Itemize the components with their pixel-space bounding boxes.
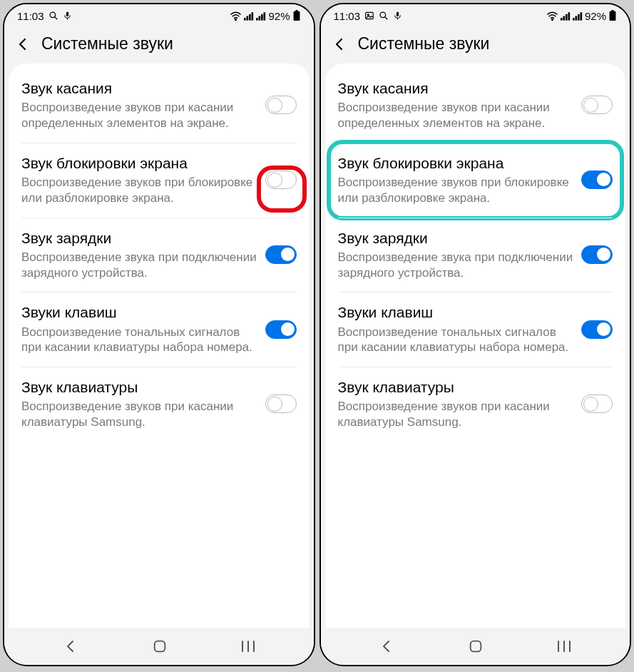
image-icon bbox=[364, 11, 374, 21]
svg-rect-34 bbox=[610, 11, 616, 21]
status-time: 11:03 bbox=[334, 10, 361, 22]
signal-icon-2 bbox=[573, 11, 583, 21]
setting-title: Звук клавиатуры bbox=[21, 378, 258, 397]
mic-icon bbox=[63, 11, 72, 21]
setting-desc: Воспроизведение тональных сигналов при к… bbox=[21, 325, 258, 356]
nav-bar bbox=[321, 628, 630, 665]
nav-recents-icon[interactable] bbox=[556, 640, 572, 653]
svg-line-1 bbox=[54, 17, 57, 20]
svg-rect-9 bbox=[256, 18, 258, 21]
setting-screen-lock-sound[interactable]: Звук блокировки экрана Воспроизведение з… bbox=[9, 143, 310, 218]
setting-title: Звук блокировки экрана bbox=[21, 154, 258, 173]
settings-list: Звук касания Воспроизведение звуков при … bbox=[9, 68, 310, 628]
setting-title: Звук зарядки bbox=[21, 229, 258, 248]
setting-desc: Воспроизведение звуков при блокировке ил… bbox=[21, 175, 258, 206]
page-header: Системные звуки bbox=[4, 27, 314, 63]
setting-charging-sound[interactable]: Звук зарядки Воспроизведение звука при п… bbox=[9, 218, 310, 292]
battery-percent: 92% bbox=[268, 10, 290, 22]
nav-back-icon[interactable] bbox=[62, 638, 79, 655]
toggle-touch-sound[interactable] bbox=[581, 96, 613, 114]
mic-icon bbox=[393, 11, 402, 21]
page-title: Системные звуки bbox=[41, 34, 173, 54]
battery-icon bbox=[292, 10, 301, 21]
svg-rect-7 bbox=[249, 14, 251, 20]
toggle-keyboard-sound[interactable] bbox=[581, 394, 613, 413]
settings-card: Звук касания Воспроизведение звуков при … bbox=[9, 63, 310, 628]
svg-rect-26 bbox=[561, 18, 563, 21]
setting-keyboard-sound[interactable]: Звук клавиатуры Воспроизведение звуков п… bbox=[9, 367, 310, 442]
signal-icon bbox=[561, 11, 571, 21]
toggle-dialpad-sound[interactable] bbox=[265, 320, 297, 339]
status-time: 11:03 bbox=[17, 10, 44, 22]
toggle-keyboard-sound[interactable] bbox=[265, 394, 297, 413]
battery-icon bbox=[608, 10, 617, 21]
back-icon[interactable] bbox=[14, 36, 31, 53]
setting-title: Звук касания bbox=[338, 79, 575, 98]
setting-title: Звуки клавиш bbox=[21, 303, 258, 322]
setting-dialpad-sound[interactable]: Звуки клавиш Воспроизведение тональных с… bbox=[9, 292, 310, 367]
wifi-icon bbox=[546, 11, 558, 21]
nav-back-icon[interactable] bbox=[378, 638, 395, 655]
setting-screen-lock-sound[interactable]: Звук блокировки экрана Воспроизведение з… bbox=[325, 143, 626, 218]
svg-rect-28 bbox=[566, 14, 568, 20]
setting-desc: Воспроизведение звуков при касании клави… bbox=[338, 399, 575, 430]
svg-rect-15 bbox=[154, 641, 165, 652]
setting-dialpad-sound[interactable]: Звуки клавиш Воспроизведение тональных с… bbox=[325, 292, 626, 367]
setting-desc: Воспроизведение звуков при касании опред… bbox=[21, 100, 258, 131]
setting-touch-sound[interactable]: Звук касания Воспроизведение звуков при … bbox=[9, 68, 310, 143]
setting-title: Звуки клавиш bbox=[338, 303, 575, 322]
toggle-dialpad-sound[interactable] bbox=[581, 320, 613, 339]
setting-keyboard-sound[interactable]: Звук клавиатуры Воспроизведение звуков п… bbox=[325, 367, 626, 442]
svg-rect-5 bbox=[244, 18, 246, 21]
svg-point-21 bbox=[380, 12, 386, 18]
nav-home-icon[interactable] bbox=[468, 638, 484, 654]
status-bar: 11:03 92% bbox=[321, 4, 630, 27]
setting-desc: Воспроизведение звуков при касании клави… bbox=[21, 399, 258, 430]
svg-rect-14 bbox=[295, 10, 298, 11]
signal-icon bbox=[244, 11, 254, 21]
svg-rect-27 bbox=[563, 16, 565, 20]
svg-rect-35 bbox=[611, 10, 614, 11]
page-header: Системные звуки bbox=[321, 27, 630, 63]
phone-left: 11:03 92% Системные звуки Звук касания В… bbox=[3, 3, 315, 666]
setting-desc: Воспроизведение звуков при касании опред… bbox=[338, 100, 575, 131]
svg-point-25 bbox=[552, 19, 553, 20]
setting-title: Звук блокировки экрана bbox=[338, 154, 575, 173]
setting-desc: Воспроизведение звука при подключении за… bbox=[21, 250, 258, 281]
svg-rect-10 bbox=[259, 16, 261, 20]
svg-rect-6 bbox=[247, 16, 249, 20]
setting-charging-sound[interactable]: Звук зарядки Воспроизведение звука при п… bbox=[325, 218, 626, 292]
setting-desc: Воспроизведение звука при подключении за… bbox=[338, 250, 575, 281]
setting-title: Звук зарядки bbox=[338, 229, 575, 248]
signal-icon-2 bbox=[256, 11, 266, 21]
nav-recents-icon[interactable] bbox=[240, 640, 256, 653]
nav-bar bbox=[4, 628, 314, 665]
svg-rect-23 bbox=[397, 12, 399, 16]
svg-rect-2 bbox=[66, 12, 68, 16]
svg-rect-29 bbox=[568, 12, 570, 20]
phone-right: 11:03 92% Системные звуки Звук касания В… bbox=[319, 3, 632, 666]
nav-home-icon[interactable] bbox=[152, 638, 168, 654]
svg-rect-13 bbox=[293, 11, 300, 21]
svg-rect-36 bbox=[471, 641, 481, 652]
toggle-screen-lock-sound[interactable] bbox=[265, 170, 297, 189]
svg-rect-11 bbox=[261, 14, 263, 20]
toggle-charging-sound[interactable] bbox=[581, 245, 613, 264]
setting-touch-sound[interactable]: Звук касания Воспроизведение звуков при … bbox=[325, 68, 626, 143]
setting-title: Звук касания bbox=[21, 79, 258, 98]
svg-rect-32 bbox=[578, 14, 580, 20]
toggle-screen-lock-sound[interactable] bbox=[581, 170, 613, 189]
svg-rect-12 bbox=[264, 12, 266, 20]
settings-list: Звук касания Воспроизведение звуков при … bbox=[325, 68, 626, 628]
status-bar: 11:03 92% bbox=[4, 4, 314, 27]
search-icon bbox=[48, 11, 58, 21]
search-icon bbox=[379, 11, 389, 21]
back-icon[interactable] bbox=[331, 36, 348, 53]
toggle-charging-sound[interactable] bbox=[265, 245, 297, 264]
svg-point-0 bbox=[50, 12, 56, 18]
toggle-touch-sound[interactable] bbox=[265, 96, 297, 114]
svg-rect-30 bbox=[573, 18, 575, 21]
battery-percent: 92% bbox=[585, 10, 606, 22]
svg-point-4 bbox=[235, 19, 237, 20]
setting-desc: Воспроизведение тональных сигналов при к… bbox=[338, 325, 575, 356]
